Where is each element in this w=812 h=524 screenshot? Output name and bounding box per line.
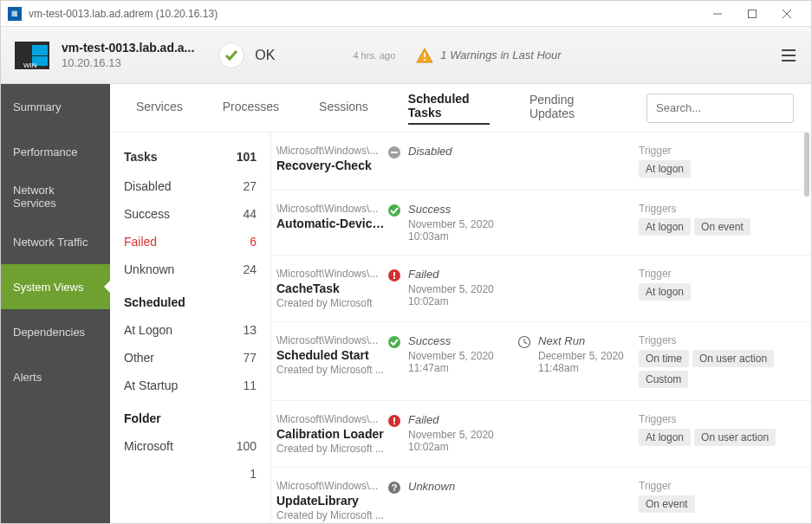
sidebar-item-dependencies[interactable]: Dependencies <box>1 309 110 354</box>
filter-folder-microsoft[interactable]: Microsoft100 <box>110 432 270 460</box>
tab-processes[interactable]: Processes <box>223 100 279 117</box>
sidebar: SummaryPerformanceNetwork ServicesNetwor… <box>1 84 110 523</box>
task-list[interactable]: \Microsoft\Windows\...Recovery-CheckDisa… <box>271 133 811 523</box>
window-title: vm-test-0013.lab.ad.adrem (10.20.16.13) <box>29 8 700 20</box>
task-row[interactable]: \Microsoft\Windows\...Scheduled StartCre… <box>271 322 811 401</box>
status-success-icon <box>387 204 403 243</box>
tab-scheduled-tasks[interactable]: Scheduled Tasks <box>408 92 490 125</box>
svg-rect-5 <box>32 45 48 55</box>
filter-panel: Tasks 101 Disabled27Success44Failed6Unkn… <box>110 133 271 523</box>
trigger-tag: On time <box>639 350 689 367</box>
svg-rect-19 <box>393 277 395 279</box>
host-info: vm-test-0013.lab.ad.a... 10.20.16.13 <box>62 41 194 69</box>
filter-scheduled-other[interactable]: Other77 <box>110 344 270 372</box>
filter-status-failed[interactable]: Failed6 <box>110 228 270 256</box>
svg-line-23 <box>524 342 527 344</box>
host-icon: WIN <box>15 38 49 73</box>
tabs-row: ServicesProcessesSessionsScheduled Tasks… <box>110 84 811 133</box>
trigger-tag: At logon <box>639 429 691 446</box>
filter-status-unknown[interactable]: Unknown24 <box>110 256 270 283</box>
header: WIN vm-test-0013.lab.ad.a... 10.20.16.13… <box>1 27 811 84</box>
svg-text:WIN: WIN <box>23 61 37 69</box>
task-row[interactable]: \Microsoft\Windows\...Calibration Loader… <box>271 401 811 468</box>
trigger-tag: On event <box>639 495 695 513</box>
trigger-tag: Custom <box>639 371 688 388</box>
folder-title: Folder <box>110 399 270 432</box>
tab-sessions[interactable]: Sessions <box>319 100 368 117</box>
warning-text: 1 Warnings in Last Hour <box>440 49 561 61</box>
status-unknown-icon: ? <box>387 481 403 521</box>
filter-status-disabled[interactable]: Disabled27 <box>110 172 270 200</box>
filter-status-success[interactable]: Success44 <box>110 200 270 228</box>
app-icon: ▦ <box>8 7 22 21</box>
panel-total: 101 <box>237 150 257 164</box>
tab-services[interactable]: Services <box>136 100 183 117</box>
sidebar-item-summary[interactable]: Summary <box>1 84 110 129</box>
trigger-tag: On event <box>694 218 750 236</box>
svg-rect-1 <box>749 10 757 17</box>
status-failed-icon <box>387 268 403 309</box>
search-input[interactable] <box>646 94 794 123</box>
svg-text:?: ? <box>392 482 398 493</box>
status-age: 4 hrs. ago <box>353 50 395 61</box>
sidebar-item-network-services[interactable]: Network Services <box>1 174 110 219</box>
minimize-button[interactable] <box>700 1 735 27</box>
trigger-tag: At logon <box>639 283 691 301</box>
titlebar: ▦ vm-test-0013.lab.ad.adrem (10.20.16.13… <box>1 1 811 27</box>
svg-rect-15 <box>391 152 398 153</box>
filter-scheduled-atlogon[interactable]: At Logon13 <box>110 316 270 344</box>
status-failed-icon <box>387 414 403 455</box>
trigger-tag: On user action <box>694 429 776 446</box>
sidebar-item-system-views[interactable]: System Views <box>1 264 110 309</box>
tab-pending-updates[interactable]: Pending Updates <box>529 93 607 124</box>
maximize-button[interactable] <box>735 1 770 27</box>
svg-rect-25 <box>393 417 395 422</box>
sidebar-item-performance[interactable]: Performance <box>1 129 110 174</box>
status-text: OK <box>255 48 275 63</box>
hamburger-menu-button[interactable] <box>780 49 797 62</box>
sidebar-item-network-traffic[interactable]: Network Traffic <box>1 219 110 264</box>
scrollbar-thumb[interactable] <box>804 133 809 197</box>
filter-scheduled-atstartup[interactable]: At Startup11 <box>110 372 270 399</box>
sidebar-item-alerts[interactable]: Alerts <box>1 354 110 399</box>
svg-rect-10 <box>424 59 425 61</box>
warning-wrap: 1 Warnings in Last Hour <box>416 48 561 63</box>
svg-rect-9 <box>424 53 425 57</box>
panel-title: Tasks <box>124 150 158 164</box>
trigger-tag: At logon <box>639 160 691 178</box>
svg-rect-26 <box>393 423 395 424</box>
status-wrap: OK <box>218 42 275 68</box>
status-ok-icon <box>218 42 244 68</box>
status-success-icon <box>387 335 403 388</box>
scheduled-title: Scheduled <box>110 283 270 316</box>
host-name: vm-test-0013.lab.ad.a... <box>62 41 194 55</box>
warning-icon <box>416 48 433 63</box>
status-disabled-icon <box>387 146 403 178</box>
svg-point-16 <box>388 204 400 217</box>
clock-icon <box>517 335 533 388</box>
task-row[interactable]: \Microsoft\Windows\...UpdateLibraryCreat… <box>271 468 811 523</box>
trigger-tag: On user action <box>692 350 774 367</box>
svg-point-20 <box>388 336 400 348</box>
task-row[interactable]: \Microsoft\Windows\...Recovery-CheckDisa… <box>271 133 811 191</box>
close-button[interactable] <box>770 1 804 27</box>
host-ip: 10.20.16.13 <box>62 56 194 69</box>
filter-folder-root[interactable]: 1 <box>110 460 270 488</box>
trigger-tag: At logon <box>639 218 691 236</box>
task-row[interactable]: \Microsoft\Windows\...Automatic-Device..… <box>271 191 811 256</box>
task-row[interactable]: \Microsoft\Windows\...CacheTaskCreated b… <box>271 256 811 322</box>
svg-rect-18 <box>393 272 395 276</box>
